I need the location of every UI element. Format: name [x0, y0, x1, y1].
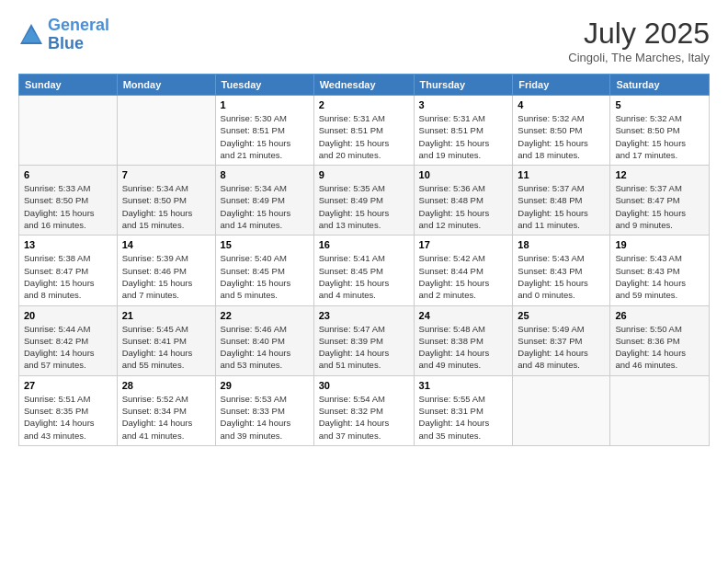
- day-number: 12: [615, 169, 704, 180]
- calendar-cell: 30Sunrise: 5:54 AMSunset: 8:32 PMDayligh…: [313, 375, 414, 445]
- day-number: 18: [518, 239, 605, 250]
- calendar-cell: 16Sunrise: 5:41 AMSunset: 8:45 PMDayligh…: [313, 236, 414, 305]
- day-number: 16: [319, 239, 409, 250]
- day-info: Sunrise: 5:48 AMSunset: 8:38 PMDaylight:…: [419, 323, 508, 372]
- logo: General Blue: [18, 17, 109, 53]
- day-info: Sunrise: 5:45 AMSunset: 8:41 PMDaylight:…: [122, 323, 210, 372]
- day-info: Sunrise: 5:32 AMSunset: 8:50 PMDaylight:…: [615, 112, 704, 161]
- day-info: Sunrise: 5:34 AMSunset: 8:50 PMDaylight:…: [122, 182, 210, 231]
- day-number: 24: [419, 310, 508, 321]
- day-info: Sunrise: 5:55 AMSunset: 8:31 PMDaylight:…: [419, 393, 508, 442]
- calendar-cell: [610, 375, 710, 445]
- calendar-cell: 15Sunrise: 5:40 AMSunset: 8:45 PMDayligh…: [215, 236, 313, 305]
- day-number: 23: [319, 310, 409, 321]
- col-thursday: Thursday: [414, 75, 513, 96]
- day-info: Sunrise: 5:43 AMSunset: 8:43 PMDaylight:…: [615, 252, 704, 301]
- calendar-cell: [513, 375, 610, 445]
- day-info: Sunrise: 5:36 AMSunset: 8:48 PMDaylight:…: [419, 182, 508, 231]
- calendar-table: Sunday Monday Tuesday Wednesday Thursday…: [18, 74, 710, 446]
- day-number: 1: [221, 99, 309, 110]
- day-info: Sunrise: 5:40 AMSunset: 8:45 PMDaylight:…: [221, 252, 309, 301]
- day-number: 22: [221, 310, 309, 321]
- header-row: Sunday Monday Tuesday Wednesday Thursday…: [19, 75, 710, 96]
- calendar-cell: 24Sunrise: 5:48 AMSunset: 8:38 PMDayligh…: [414, 305, 513, 375]
- day-number: 2: [319, 99, 409, 110]
- day-info: Sunrise: 5:31 AMSunset: 8:51 PMDaylight:…: [319, 112, 409, 161]
- day-info: Sunrise: 5:37 AMSunset: 8:48 PMDaylight:…: [518, 182, 605, 231]
- day-info: Sunrise: 5:37 AMSunset: 8:47 PMDaylight:…: [615, 182, 704, 231]
- day-number: 11: [518, 169, 605, 180]
- calendar-cell: [117, 96, 215, 166]
- col-saturday: Saturday: [610, 75, 710, 96]
- day-number: 30: [319, 380, 409, 391]
- month-title: July 2025: [568, 17, 710, 51]
- col-monday: Monday: [117, 75, 215, 96]
- day-number: 14: [122, 239, 210, 250]
- calendar-cell: 26Sunrise: 5:50 AMSunset: 8:36 PMDayligh…: [610, 305, 710, 375]
- calendar-cell: 19Sunrise: 5:43 AMSunset: 8:43 PMDayligh…: [610, 236, 710, 305]
- day-info: Sunrise: 5:30 AMSunset: 8:51 PMDaylight:…: [221, 112, 309, 161]
- day-info: Sunrise: 5:52 AMSunset: 8:34 PMDaylight:…: [122, 393, 210, 442]
- page: General Blue July 2025 Cingoli, The Marc…: [0, 0, 728, 563]
- day-number: 6: [24, 169, 112, 180]
- title-block: July 2025 Cingoli, The Marches, Italy: [568, 17, 710, 64]
- calendar-cell: 8Sunrise: 5:34 AMSunset: 8:49 PMDaylight…: [215, 166, 313, 236]
- day-number: 13: [24, 239, 112, 250]
- day-info: Sunrise: 5:42 AMSunset: 8:44 PMDaylight:…: [419, 252, 508, 301]
- calendar-cell: 31Sunrise: 5:55 AMSunset: 8:31 PMDayligh…: [414, 375, 513, 445]
- day-info: Sunrise: 5:53 AMSunset: 8:33 PMDaylight:…: [221, 393, 309, 442]
- day-info: Sunrise: 5:43 AMSunset: 8:43 PMDaylight:…: [518, 252, 605, 301]
- day-info: Sunrise: 5:46 AMSunset: 8:40 PMDaylight:…: [221, 323, 309, 372]
- calendar-cell: [19, 96, 118, 166]
- day-number: 20: [24, 310, 112, 321]
- calendar-cell: 20Sunrise: 5:44 AMSunset: 8:42 PMDayligh…: [19, 305, 118, 375]
- day-number: 26: [615, 310, 704, 321]
- col-wednesday: Wednesday: [313, 75, 414, 96]
- calendar-cell: 6Sunrise: 5:33 AMSunset: 8:50 PMDaylight…: [19, 166, 118, 236]
- svg-marker-1: [22, 28, 40, 42]
- calendar-week-2: 13Sunrise: 5:38 AMSunset: 8:47 PMDayligh…: [19, 236, 710, 305]
- calendar-cell: 5Sunrise: 5:32 AMSunset: 8:50 PMDaylight…: [610, 96, 710, 166]
- day-number: 17: [419, 239, 508, 250]
- day-info: Sunrise: 5:41 AMSunset: 8:45 PMDaylight:…: [319, 252, 409, 301]
- day-number: 29: [221, 380, 309, 391]
- calendar-cell: 9Sunrise: 5:35 AMSunset: 8:49 PMDaylight…: [313, 166, 414, 236]
- calendar-cell: 7Sunrise: 5:34 AMSunset: 8:50 PMDaylight…: [117, 166, 215, 236]
- day-number: 3: [419, 99, 508, 110]
- day-number: 25: [518, 310, 605, 321]
- day-info: Sunrise: 5:49 AMSunset: 8:37 PMDaylight:…: [518, 323, 605, 372]
- day-number: 27: [24, 380, 112, 391]
- day-info: Sunrise: 5:31 AMSunset: 8:51 PMDaylight:…: [419, 112, 508, 161]
- day-number: 5: [615, 99, 704, 110]
- calendar-cell: 29Sunrise: 5:53 AMSunset: 8:33 PMDayligh…: [215, 375, 313, 445]
- day-number: 28: [122, 380, 210, 391]
- calendar-week-3: 20Sunrise: 5:44 AMSunset: 8:42 PMDayligh…: [19, 305, 710, 375]
- day-info: Sunrise: 5:34 AMSunset: 8:49 PMDaylight:…: [221, 182, 309, 231]
- calendar-cell: 25Sunrise: 5:49 AMSunset: 8:37 PMDayligh…: [513, 305, 610, 375]
- calendar-cell: 10Sunrise: 5:36 AMSunset: 8:48 PMDayligh…: [414, 166, 513, 236]
- calendar-week-4: 27Sunrise: 5:51 AMSunset: 8:35 PMDayligh…: [19, 375, 710, 445]
- location-subtitle: Cingoli, The Marches, Italy: [568, 51, 710, 64]
- calendar-week-1: 6Sunrise: 5:33 AMSunset: 8:50 PMDaylight…: [19, 166, 710, 236]
- day-number: 19: [615, 239, 704, 250]
- day-number: 8: [221, 169, 309, 180]
- day-number: 9: [319, 169, 409, 180]
- day-number: 7: [122, 169, 210, 180]
- calendar-cell: 1Sunrise: 5:30 AMSunset: 8:51 PMDaylight…: [215, 96, 313, 166]
- calendar-cell: 22Sunrise: 5:46 AMSunset: 8:40 PMDayligh…: [215, 305, 313, 375]
- day-number: 21: [122, 310, 210, 321]
- col-sunday: Sunday: [19, 75, 118, 96]
- logo-text: General Blue: [48, 17, 109, 53]
- day-info: Sunrise: 5:38 AMSunset: 8:47 PMDaylight:…: [24, 252, 112, 301]
- calendar-cell: 13Sunrise: 5:38 AMSunset: 8:47 PMDayligh…: [19, 236, 118, 305]
- day-info: Sunrise: 5:32 AMSunset: 8:50 PMDaylight:…: [518, 112, 605, 161]
- day-info: Sunrise: 5:47 AMSunset: 8:39 PMDaylight:…: [319, 323, 409, 372]
- calendar-cell: 3Sunrise: 5:31 AMSunset: 8:51 PMDaylight…: [414, 96, 513, 166]
- day-info: Sunrise: 5:44 AMSunset: 8:42 PMDaylight:…: [24, 323, 112, 372]
- day-info: Sunrise: 5:35 AMSunset: 8:49 PMDaylight:…: [319, 182, 409, 231]
- col-tuesday: Tuesday: [215, 75, 313, 96]
- calendar-cell: 2Sunrise: 5:31 AMSunset: 8:51 PMDaylight…: [313, 96, 414, 166]
- day-info: Sunrise: 5:50 AMSunset: 8:36 PMDaylight:…: [615, 323, 704, 372]
- header: General Blue July 2025 Cingoli, The Marc…: [18, 17, 710, 64]
- day-number: 15: [221, 239, 309, 250]
